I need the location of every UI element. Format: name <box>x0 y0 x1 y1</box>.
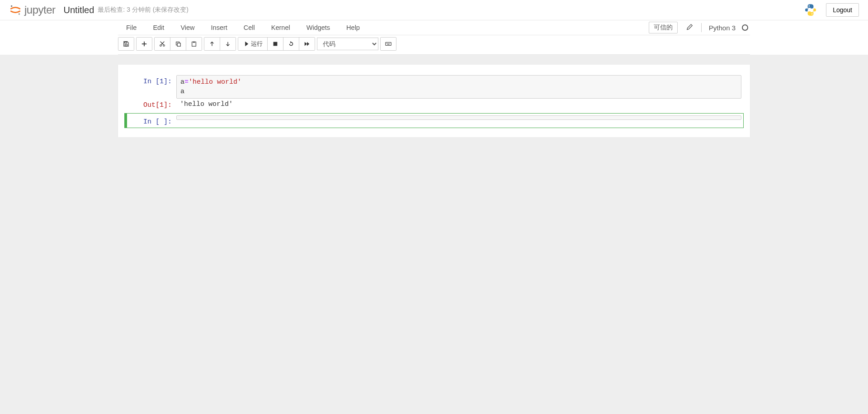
svg-point-5 <box>163 45 165 47</box>
menu-view[interactable]: View <box>172 20 203 35</box>
trusted-button[interactable]: 可信的 <box>649 22 678 33</box>
toolbar: 运行 代码 <box>118 35 750 55</box>
jupyter-logo[interactable]: jupyter <box>9 4 56 16</box>
svg-rect-9 <box>193 42 195 43</box>
restart-run-all-button[interactable] <box>299 38 315 50</box>
notebook-area[interactable]: In [1]: a='hello world' a Out[1]: 'hello… <box>118 65 750 137</box>
kernel-name[interactable]: Python 3 <box>706 24 738 32</box>
copy-icon <box>175 41 181 47</box>
checkpoint-status: 最后检查: 3 分钟前 (未保存改变) <box>98 6 189 14</box>
add-cell-button[interactable] <box>137 38 152 50</box>
out-prompt: Out[1]: <box>127 99 176 109</box>
move-up-button[interactable] <box>204 38 220 50</box>
arrow-down-icon <box>225 41 231 47</box>
fast-forward-icon <box>304 41 310 47</box>
menu-insert[interactable]: Insert <box>203 20 236 35</box>
run-button[interactable]: 运行 <box>238 38 268 50</box>
restart-icon <box>288 41 294 47</box>
save-button[interactable] <box>118 38 134 50</box>
menu-cell[interactable]: Cell <box>236 20 263 35</box>
in-prompt: In [ ]: <box>127 115 176 126</box>
stop-icon <box>272 41 278 47</box>
code-cell[interactable]: In [1]: a='hello world' a Out[1]: 'hello… <box>124 73 744 112</box>
code-input[interactable] <box>176 115 741 120</box>
output-area: 'hello world' <box>176 99 741 110</box>
menubar: File Edit View Insert Cell Kernel Widget… <box>118 20 750 35</box>
jupyter-logo-text: jupyter <box>24 4 56 16</box>
move-down-button[interactable] <box>220 38 236 50</box>
menu-widgets[interactable]: Widgets <box>298 20 338 35</box>
code-input[interactable]: a='hello world' a <box>176 75 741 99</box>
paste-button[interactable] <box>186 38 202 50</box>
code-cell[interactable]: In [ ]: <box>124 113 744 128</box>
paste-icon <box>191 41 197 47</box>
restart-button[interactable] <box>283 38 299 50</box>
scissors-icon <box>159 41 165 47</box>
cut-button[interactable] <box>155 38 170 50</box>
logout-button[interactable]: Logout <box>826 3 859 17</box>
run-icon <box>243 41 249 47</box>
python-logo-icon <box>803 3 818 17</box>
menu-kernel[interactable]: Kernel <box>263 20 298 35</box>
notebook-title[interactable]: Untitled <box>64 5 94 15</box>
keyboard-icon <box>385 41 392 47</box>
arrow-up-icon <box>209 41 215 47</box>
svg-point-1 <box>19 13 20 14</box>
plus-icon <box>141 41 147 47</box>
svg-point-0 <box>11 5 13 7</box>
svg-point-3 <box>811 14 812 14</box>
svg-point-2 <box>809 5 810 6</box>
svg-rect-11 <box>386 43 391 46</box>
menu-help[interactable]: Help <box>338 20 368 35</box>
cell-type-select[interactable]: 代码 <box>317 38 378 50</box>
edit-icon[interactable] <box>683 22 697 33</box>
svg-rect-10 <box>274 42 278 46</box>
menu-edit[interactable]: Edit <box>145 20 172 35</box>
svg-point-4 <box>160 45 162 47</box>
run-label: 运行 <box>251 40 263 48</box>
svg-rect-7 <box>177 43 180 46</box>
save-icon <box>123 41 129 47</box>
copy-button[interactable] <box>170 38 186 50</box>
menu-file[interactable]: File <box>118 20 145 35</box>
interrupt-button[interactable] <box>268 38 283 50</box>
command-palette-button[interactable] <box>381 38 396 50</box>
divider <box>701 23 702 32</box>
kernel-indicator-icon[interactable] <box>742 24 748 31</box>
jupyter-logo-icon <box>9 4 22 16</box>
in-prompt: In [1]: <box>127 75 176 86</box>
